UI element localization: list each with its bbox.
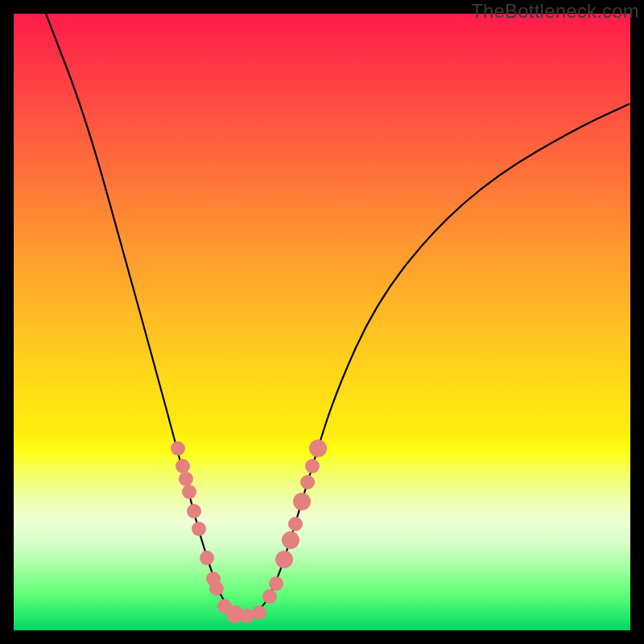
bead-dot — [209, 581, 224, 596]
bead-dot — [269, 576, 283, 591]
bead-dot — [179, 472, 193, 486]
bead-dot — [275, 551, 293, 568]
bead-dot — [288, 517, 303, 531]
bead-dot — [309, 440, 327, 457]
bead-dot — [187, 504, 201, 518]
bead-dot — [252, 605, 266, 620]
bead-dot — [300, 475, 315, 489]
bead-dot — [175, 459, 190, 473]
bead-dot — [182, 485, 196, 499]
bead-dot — [200, 551, 214, 565]
bead-dot — [305, 459, 320, 473]
watermark-text: TheBottleneck.com — [471, 0, 639, 23]
bead-dot — [293, 493, 311, 510]
v-curve — [14, 14, 630, 630]
bead-dot — [171, 441, 185, 456]
bead-dot — [262, 589, 277, 604]
bead-dot — [192, 522, 206, 536]
bead-dot — [282, 531, 299, 549]
